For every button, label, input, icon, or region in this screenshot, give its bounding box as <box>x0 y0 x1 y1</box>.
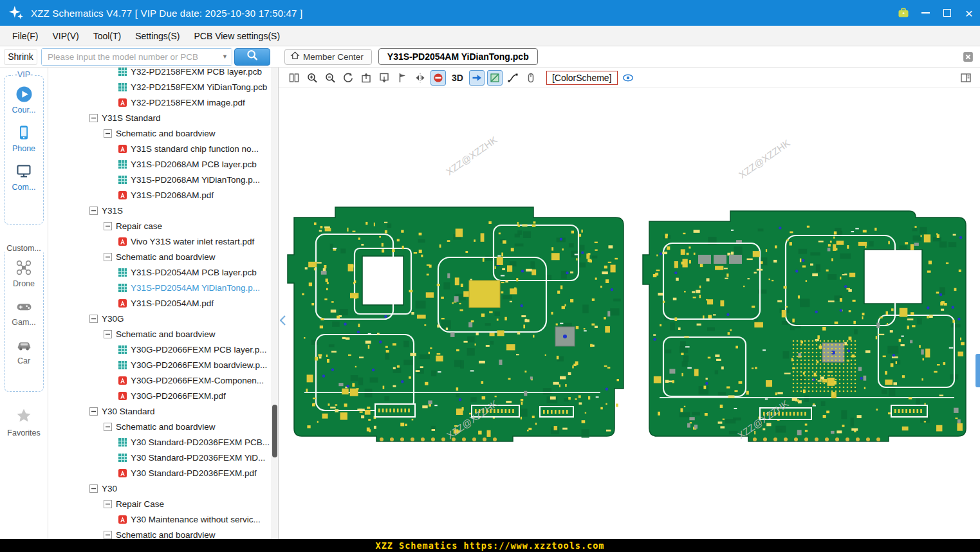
gamepad-icon <box>15 297 33 315</box>
sidebar-item-drone[interactable]: Drone <box>5 259 43 288</box>
tree-item[interactable]: Y30 Standard <box>48 403 272 419</box>
tree-item[interactable]: Y31S Standard <box>48 110 272 125</box>
tree-item[interactable]: Y31S-PD2054AM.pdf <box>48 295 272 311</box>
tree-item[interactable]: Y31S-PD2054AM YiDianTong.p... <box>48 280 272 295</box>
top-layer-icon[interactable] <box>358 70 374 86</box>
pdf-file-icon <box>118 376 127 385</box>
tree-item[interactable]: Y32-PD2158FEXM PCB layer.pcb <box>48 68 272 79</box>
menu-item-0[interactable]: File(F) <box>5 28 45 44</box>
zoom-in-icon[interactable] <box>304 70 320 86</box>
tree-scrollbar-thumb[interactable] <box>272 405 277 457</box>
tree-item[interactable]: Y32-PD2158FEXM image.pdf <box>48 95 272 110</box>
diode-mode-icon[interactable] <box>487 70 503 86</box>
tree-item[interactable]: Y31S <box>48 203 272 218</box>
minimize-button[interactable] <box>914 0 936 26</box>
home-icon <box>290 51 300 62</box>
tree-item[interactable]: Y30G-PD2066FEXM-Componen... <box>48 373 272 388</box>
collapse-right-panel-handle[interactable] <box>975 354 980 387</box>
jump-arrow-icon[interactable] <box>469 70 485 86</box>
search-button[interactable] <box>234 48 270 66</box>
tree-item[interactable]: Y30G-PD2066FEXM.pdf <box>48 388 272 403</box>
curve-icon[interactable] <box>505 70 521 86</box>
tree-item[interactable]: Y31S-PD2068AM.pdf <box>48 187 272 203</box>
sidebar-item-phone[interactable]: Phone <box>5 124 43 153</box>
tree-item[interactable]: Y30 <box>48 481 272 496</box>
sidebar-item-cour[interactable]: Cour... <box>5 85 43 115</box>
tree-item[interactable]: Schematic and boardview <box>48 125 272 141</box>
pcb-canvas[interactable]: XZZ@XZZHKXZZ@XZZHKXZZ@XZZHKXZZ@XZZHK <box>279 89 980 539</box>
tree-item[interactable]: Repair case <box>48 218 272 234</box>
bottom-layer-icon[interactable] <box>376 70 392 86</box>
collapse-expander-icon[interactable] <box>89 114 98 122</box>
tree-item[interactable]: Y31S-PD2068AM PCB layer.pcb <box>48 156 272 172</box>
menu-item-4[interactable]: PCB View settings(S) <box>187 28 287 44</box>
collapse-expander-icon[interactable] <box>104 531 112 539</box>
active-file-tab[interactable]: Y31S-PD2054AM YiDianTong.pcb <box>378 48 538 65</box>
close-panel-icon[interactable] <box>961 50 975 64</box>
probe-icon[interactable] <box>523 70 539 86</box>
chevron-down-icon[interactable]: ▼ <box>222 53 228 60</box>
tree-item[interactable]: Y30 Maintenance without servic... <box>48 511 272 527</box>
tree-item[interactable]: Schematic and boardview <box>48 527 272 539</box>
flag-icon[interactable] <box>394 70 410 86</box>
tree-item[interactable]: Y30 Standard-PD2036FEXM YiD... <box>48 450 272 465</box>
member-center-button[interactable]: Member Center <box>284 49 372 65</box>
sidebar-item-car[interactable]: Car <box>5 336 43 365</box>
pcb-toolbar: 3D[ColorScheme] <box>279 68 980 88</box>
tree-item[interactable]: Y30 Standard-PD2036FEXM PCB... <box>48 434 272 450</box>
pcb-file-icon <box>118 268 127 277</box>
eye-icon[interactable] <box>620 70 636 86</box>
tree-item[interactable]: Y30G-PD2066FEXM boardview.p... <box>48 357 272 373</box>
maximize-button[interactable] <box>936 0 958 26</box>
vip-briefcase-icon[interactable] <box>892 0 914 26</box>
collapse-expander-icon[interactable] <box>104 500 112 508</box>
collapse-expander-icon[interactable] <box>89 484 98 493</box>
close-button[interactable]: × <box>958 0 980 26</box>
tree-item[interactable]: Y31S standard chip function no... <box>48 141 272 156</box>
window-title: XZZ Schematics V4.77 [ VIP Due date: 202… <box>31 8 302 19</box>
sidebar-item-favorites[interactable]: Favorites <box>0 407 48 437</box>
tree-item[interactable]: Schematic and boardview <box>48 249 272 264</box>
menu-item-3[interactable]: Settings(S) <box>128 28 187 44</box>
colorscheme-button[interactable]: [ColorScheme] <box>546 71 618 85</box>
tree-item[interactable]: Vivo Y31S water inlet restart.pdf <box>48 234 272 249</box>
collapse-expander-icon[interactable] <box>89 315 98 323</box>
file-tree: Y32-PD2158FEXM PCB layer.pcbY32-PD2158FE… <box>48 68 272 539</box>
collapse-expander-icon[interactable] <box>104 222 112 230</box>
collapse-expander-icon[interactable] <box>104 129 112 138</box>
pcb-file-icon <box>118 160 127 169</box>
sidebar-item-gam[interactable]: Gam... <box>5 297 43 327</box>
tree-item[interactable]: Y31S-PD2068AM YiDianTong.p... <box>48 172 272 187</box>
zoom-out-icon[interactable] <box>322 70 338 86</box>
menu-item-1[interactable]: VIP(V) <box>45 28 86 44</box>
tree-item[interactable]: Schematic and boardview <box>48 419 272 434</box>
layers-panel-icon[interactable] <box>958 70 974 86</box>
watermark-text: XZZ@XZZHK <box>444 134 499 177</box>
shrink-button[interactable]: Shrink <box>4 49 37 65</box>
collapse-expander-icon[interactable] <box>89 407 98 416</box>
sidebar-item-com[interactable]: Com... <box>5 162 43 192</box>
red-screen-icon[interactable] <box>430 70 446 86</box>
three-d-button[interactable]: 3D <box>448 71 467 84</box>
split-view-icon[interactable] <box>286 70 302 86</box>
menu-item-2[interactable]: Tool(T) <box>86 28 129 44</box>
collapse-expander-icon[interactable] <box>104 253 112 261</box>
tree-item[interactable]: Y32-PD2158FEXM YiDianTong.pcb <box>48 79 272 95</box>
tree-item[interactable]: Y30 Standard-PD2036FEXM.pdf <box>48 465 272 481</box>
flip-horizontal-icon[interactable] <box>412 70 428 86</box>
collapse-expander-icon[interactable] <box>89 207 98 215</box>
tree-item[interactable]: Schematic and boardview <box>48 326 272 342</box>
pcb-file-icon <box>118 82 127 92</box>
pcb-viewer[interactable]: XZZ@XZZHKXZZ@XZZHKXZZ@XZZHKXZZ@XZZHK <box>279 89 980 539</box>
refresh-icon[interactable] <box>340 70 356 86</box>
tree-item[interactable]: Y30G <box>48 311 272 326</box>
pdf-file-icon <box>118 190 127 200</box>
tree-item[interactable]: Y30G-PD2066FEXM PCB layer.p... <box>48 342 272 357</box>
tree-item[interactable]: Y31S-PD2054AM PCB layer.pcb <box>48 264 272 280</box>
collapse-expander-icon[interactable] <box>104 423 112 431</box>
tree-item[interactable]: Repair Case <box>48 496 272 511</box>
collapse-expander-icon[interactable] <box>104 330 112 338</box>
search-input[interactable] <box>42 49 232 65</box>
tree-scrollbar[interactable] <box>272 68 278 539</box>
collapse-tree-handle[interactable] <box>279 308 286 333</box>
